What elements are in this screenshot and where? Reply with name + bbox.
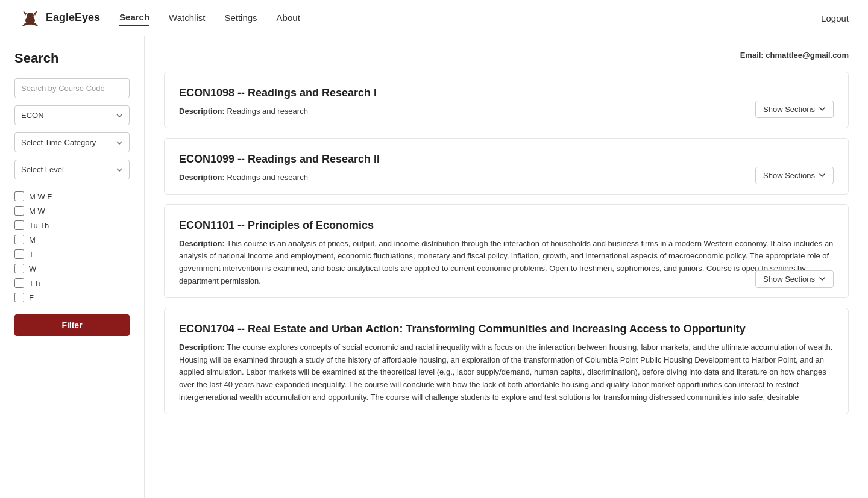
logout-button[interactable]: Logout xyxy=(821,13,849,23)
checkbox-t-input[interactable] xyxy=(14,249,24,259)
navbar-links: Search Watchlist Settings About xyxy=(119,10,300,26)
checkbox-th-input[interactable] xyxy=(14,278,24,288)
svg-marker-1 xyxy=(23,11,27,16)
show-sections-button-1101[interactable]: Show Sections xyxy=(755,270,834,288)
course-card-1704: ECON1704 -- Real Estate and Urban Action… xyxy=(164,308,849,414)
checkbox-f-input[interactable] xyxy=(14,293,24,302)
checkbox-w[interactable]: W xyxy=(14,264,130,273)
department-select[interactable]: ECON CS MATH HIST BIOL xyxy=(14,105,130,125)
navbar: EagleEyes Search Watchlist Settings Abou… xyxy=(0,0,868,36)
brand-name: EagleEyes xyxy=(46,11,100,24)
course-card-1101: ECON1101 -- Principles of Economics Desc… xyxy=(164,204,849,298)
checkbox-m-input[interactable] xyxy=(14,235,24,244)
course-card-1099: ECON1099 -- Readings and Research II Des… xyxy=(164,138,849,195)
nav-settings[interactable]: Settings xyxy=(224,10,257,25)
sidebar-title: Search xyxy=(14,51,130,66)
checkbox-mwf-input[interactable] xyxy=(14,191,24,201)
show-sections-button-1098[interactable]: Show Sections xyxy=(755,101,834,118)
chevron-down-icon xyxy=(819,105,826,113)
course-title-1704: ECON1704 -- Real Estate and Urban Action… xyxy=(179,323,834,335)
day-checkboxes: M W F M W Tu Th M T W T h F xyxy=(14,191,130,302)
checkbox-tuth-input[interactable] xyxy=(14,220,24,230)
checkbox-f[interactable]: F xyxy=(14,293,130,302)
description-label-1704: Description: xyxy=(179,343,225,352)
checkbox-mwf[interactable]: M W F xyxy=(14,191,130,201)
description-text-1098: Readings and research xyxy=(227,107,307,116)
course-description-1099: Description: Readings and research xyxy=(179,172,834,184)
course-title-1099: ECON1099 -- Readings and Research II xyxy=(179,153,834,166)
eagle-icon xyxy=(19,7,41,29)
description-label-1101: Description: xyxy=(179,239,225,248)
checkbox-mw[interactable]: M W xyxy=(14,206,130,216)
checkbox-tuth[interactable]: Tu Th xyxy=(14,220,130,230)
checkbox-mw-input[interactable] xyxy=(14,206,24,216)
level-select[interactable]: Select Level xyxy=(14,160,130,179)
course-title-1101: ECON1101 -- Principles of Economics xyxy=(179,219,834,232)
description-label-1098: Description: xyxy=(179,107,225,116)
checkbox-w-input[interactable] xyxy=(14,264,24,273)
chevron-down-icon xyxy=(819,275,826,282)
user-email: Email: chmattlee@gmail.com xyxy=(164,51,849,60)
description-label-1099: Description: xyxy=(179,173,225,182)
course-description-1704: Description: The course explores concept… xyxy=(179,341,834,404)
svg-marker-2 xyxy=(34,11,37,16)
sidebar: Search ECON CS MATH HIST BIOL Select Tim… xyxy=(0,36,145,498)
email-label: Email: xyxy=(740,51,764,60)
course-description-1098: Description: Readings and research xyxy=(179,105,834,118)
checkbox-m[interactable]: M xyxy=(14,235,130,244)
search-input[interactable] xyxy=(14,78,130,98)
checkbox-th[interactable]: T h xyxy=(14,278,130,288)
nav-about[interactable]: About xyxy=(277,10,300,25)
email-value: chmattlee@gmail.com xyxy=(766,51,849,60)
description-text-1101: This course is an analysis of prices, ou… xyxy=(179,239,833,285)
navbar-logo[interactable]: EagleEyes xyxy=(19,7,100,29)
course-card-1098: ECON1098 -- Readings and Research I Desc… xyxy=(164,72,849,128)
chevron-down-icon xyxy=(819,172,826,179)
course-title-1098: ECON1098 -- Readings and Research I xyxy=(179,87,834,99)
main-content: Email: chmattlee@gmail.com ECON1098 -- R… xyxy=(145,36,868,498)
description-text-1099: Readings and research xyxy=(227,173,307,182)
checkbox-t[interactable]: T xyxy=(14,249,130,259)
show-sections-button-1099[interactable]: Show Sections xyxy=(755,167,834,184)
filter-button[interactable]: Filter xyxy=(14,314,130,336)
time-category-select[interactable]: Select Time Category xyxy=(14,132,130,152)
course-description-1101: Description: This course is an analysis … xyxy=(179,238,834,288)
nav-search[interactable]: Search xyxy=(119,10,149,26)
description-text-1704: The course explores concepts of social e… xyxy=(179,343,832,402)
page-layout: Search ECON CS MATH HIST BIOL Select Tim… xyxy=(0,36,868,498)
nav-watchlist[interactable]: Watchlist xyxy=(169,10,205,25)
